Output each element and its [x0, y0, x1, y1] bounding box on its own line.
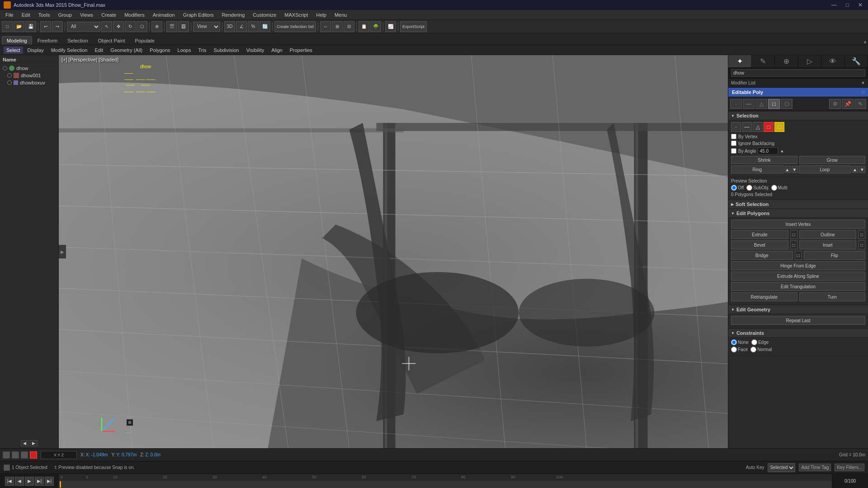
scene-explorer[interactable]: 🌳	[370, 21, 381, 32]
shrink-button[interactable]: Shrink	[731, 156, 797, 164]
snap-status-icon[interactable]	[3, 451, 10, 459]
align-tool[interactable]: ⊟	[344, 21, 354, 32]
preview-multi-radio[interactable]	[771, 185, 777, 191]
submenu-modify-selection[interactable]: Modify Selection	[48, 47, 90, 54]
menu-group[interactable]: Group	[54, 11, 75, 19]
bridge-settings[interactable]: □	[795, 251, 802, 260]
menu-tools[interactable]: Tools	[35, 11, 54, 19]
go-start-button[interactable]: |◀	[5, 477, 14, 486]
submenu-visibility[interactable]: Visibility	[244, 47, 267, 54]
icon-tab-element[interactable]: ⬡	[781, 99, 793, 109]
extrude-along-spline-button[interactable]: Extrude Along Spline	[731, 272, 865, 281]
menu-views[interactable]: Views	[76, 11, 97, 19]
icon-tab-extra-3[interactable]: ✎	[854, 99, 866, 109]
icon-tab-polygon[interactable]: □	[768, 99, 780, 109]
timeline-track-area[interactable]: 0 5 10 20 30 40 50 60 70 80 90 100	[59, 474, 832, 488]
key-mode-select[interactable]: Selected All	[768, 463, 795, 472]
menu-edit[interactable]: Edit	[18, 11, 34, 19]
ignore-backfacing-checkbox[interactable]	[731, 141, 736, 146]
render-frame[interactable]: 🖼	[178, 21, 189, 32]
submenu-select[interactable]: Select	[4, 47, 23, 54]
submenu-display[interactable]: Display	[25, 47, 47, 54]
vertex-icon[interactable]: ·	[731, 122, 741, 132]
bevel-settings[interactable]: □	[790, 240, 797, 249]
viewport-expand-left[interactable]: ▶	[59, 245, 66, 258]
redo-button[interactable]: ↪	[52, 21, 63, 32]
angle-value-input[interactable]	[758, 147, 778, 155]
ribbon-tab-selection[interactable]: Selection	[63, 37, 92, 45]
menu-graph-editors[interactable]: Graph Editors	[179, 11, 217, 19]
loop-spinner-down[interactable]: ▼	[859, 166, 865, 173]
submenu-tris[interactable]: Tris	[196, 47, 209, 54]
key-filters-btn[interactable]: Key Filters...	[835, 464, 864, 471]
select-rotate[interactable]: ↻	[125, 21, 136, 32]
ribbon-collapse-btn[interactable]: ▾	[864, 40, 866, 45]
edit-triangulation-button[interactable]: Edit Triangulation	[731, 282, 865, 291]
modifier-search-input[interactable]	[731, 69, 865, 77]
repeat-last-button[interactable]: Repeat Last	[731, 316, 865, 325]
open-button[interactable]: 📂	[14, 21, 24, 32]
undo-button[interactable]: ↩	[40, 21, 51, 32]
submenu-align[interactable]: Align	[269, 47, 285, 54]
view-dropdown[interactable]: View	[193, 22, 220, 32]
current-frame-indicator[interactable]	[60, 481, 61, 488]
add-time-tag-btn[interactable]: Add Time Tag	[799, 464, 831, 471]
scene-item-dhow[interactable]: dhow	[0, 65, 58, 72]
scene-item-dhow001[interactable]: dhow001	[0, 72, 58, 79]
use-selection-center[interactable]: ⊕	[151, 21, 162, 32]
ribbon-tab-freeform[interactable]: Freeform	[33, 37, 62, 45]
scene-item-dhowboxuv[interactable]: dhowboxuv	[0, 79, 58, 86]
modifier-list-expand[interactable]: ▼	[861, 80, 865, 85]
ring-spinner-down[interactable]: ▼	[792, 166, 798, 173]
selection-filter-dropdown[interactable]: All Geometry Shapes	[67, 22, 100, 32]
by-vertex-checkbox[interactable]	[731, 134, 736, 139]
ring-button[interactable]: Ring	[731, 165, 783, 174]
panel-tab-display[interactable]: 👁	[821, 55, 845, 67]
retriangulate-button[interactable]: Retriangulate	[731, 292, 797, 301]
panel-tab-modify[interactable]: ✎	[752, 55, 775, 67]
edge-icon[interactable]: —	[742, 122, 752, 132]
grow-button[interactable]: Grow	[799, 156, 866, 164]
select-scale[interactable]: ⬡	[137, 21, 147, 32]
loop-spinner-up[interactable]: ▲	[852, 166, 858, 173]
flip-button[interactable]: Flip	[804, 251, 866, 260]
menu-customize[interactable]: Customize	[249, 11, 280, 19]
constraint-normal-label[interactable]: Normal	[750, 347, 772, 352]
submenu-polygons[interactable]: Polygons	[147, 47, 173, 54]
icon-tab-edge[interactable]: —	[743, 99, 755, 109]
timeline-track[interactable]	[59, 481, 832, 488]
constraint-face-radio[interactable]	[731, 347, 737, 352]
preview-off-radio[interactable]	[731, 185, 737, 191]
icon-tab-extra-1[interactable]: ⚙	[829, 99, 841, 109]
panel-tab-hierarchy[interactable]: ⊕	[775, 55, 798, 67]
angle-spinner-up[interactable]: ▲	[780, 149, 784, 153]
visibility-icon-dhow[interactable]	[3, 66, 7, 70]
named-selection-create[interactable]: Create Selection Sel	[274, 21, 316, 32]
prev-frame-button[interactable]: ◀	[15, 477, 24, 486]
preview-subobj-radio-label[interactable]: SubObj	[746, 185, 768, 191]
icon-tab-vertex[interactable]: ·	[730, 99, 742, 109]
visibility-icon-dhow001[interactable]	[7, 73, 12, 78]
ribbon-tab-modeling[interactable]: Modeling	[2, 36, 32, 45]
snap-angle[interactable]: ∠	[236, 21, 247, 32]
ring-spinner-up[interactable]: ▲	[784, 166, 791, 173]
menu-rendering[interactable]: Rendering	[218, 11, 249, 19]
inset-button[interactable]: Inset	[799, 240, 857, 249]
modifier-options[interactable]: □	[862, 89, 864, 95]
menu-create[interactable]: Create	[98, 11, 120, 19]
array-tool[interactable]: ⊞	[332, 21, 343, 32]
viewport-3d[interactable]: [+] [Perspective] [Shaded] TOP	[59, 55, 728, 448]
turn-button[interactable]: Turn	[799, 292, 866, 301]
sidebar-scroll-down[interactable]: ▶	[30, 440, 38, 446]
constraint-normal-radio[interactable]	[750, 347, 756, 352]
constraints-header[interactable]: ▼ Constraints	[728, 329, 868, 338]
by-angle-checkbox[interactable]	[731, 148, 736, 154]
soft-selection-header[interactable]: ▶ Soft Selection	[728, 200, 868, 209]
visibility-icon-dhowboxuv[interactable]	[7, 80, 12, 85]
minimize-button[interactable]: —	[830, 2, 839, 8]
bridge-button[interactable]: Bridge	[731, 251, 793, 260]
submenu-subdivision[interactable]: Subdivision	[211, 47, 241, 54]
ribbon-tab-populate[interactable]: Populate	[130, 37, 159, 45]
transform-type-in[interactable]: X Y Z	[41, 451, 77, 459]
submenu-edit[interactable]: Edit	[92, 47, 106, 54]
